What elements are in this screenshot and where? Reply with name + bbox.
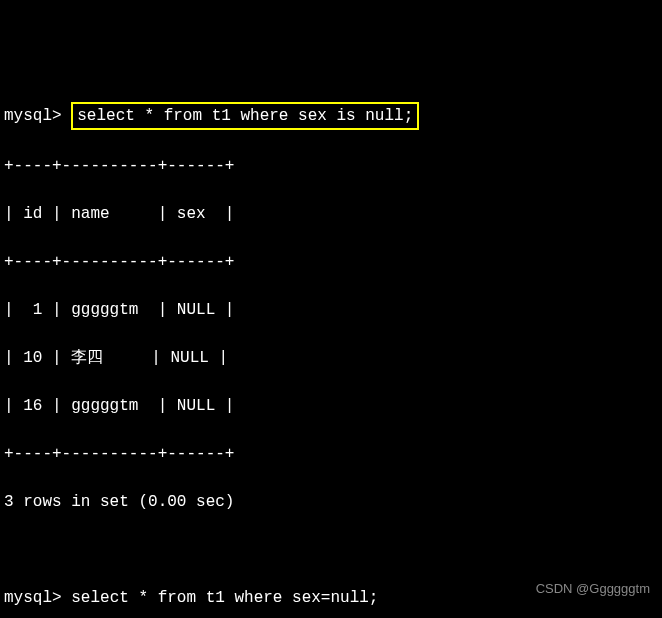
mysql-prompt: mysql> <box>4 589 62 607</box>
mysql-prompt: mysql> <box>4 107 62 125</box>
table-border-mid: +----+----------+------+ <box>4 250 658 274</box>
query-line-1: mysql> select * from t1 where sex is nul… <box>4 102 658 130</box>
table-border-bottom: +----+----------+------+ <box>4 442 658 466</box>
table-border-top: +----+----------+------+ <box>4 154 658 178</box>
query-2-text: select * from t1 where sex=null; <box>71 589 378 607</box>
table-row: | 16 | gggggtm | NULL | <box>4 394 658 418</box>
result-summary: 3 rows in set (0.00 sec) <box>4 490 658 514</box>
watermark: CSDN @Ggggggtm <box>536 579 650 599</box>
table-header: | id | name | sex | <box>4 202 658 226</box>
blank-line <box>4 538 658 562</box>
table-row: | 1 | gggggtm | NULL | <box>4 298 658 322</box>
query-1-text: select * from t1 where sex is null; <box>77 107 413 125</box>
highlighted-query: select * from t1 where sex is null; <box>71 102 419 130</box>
table-row: | 10 | 李四 | NULL | <box>4 346 658 370</box>
